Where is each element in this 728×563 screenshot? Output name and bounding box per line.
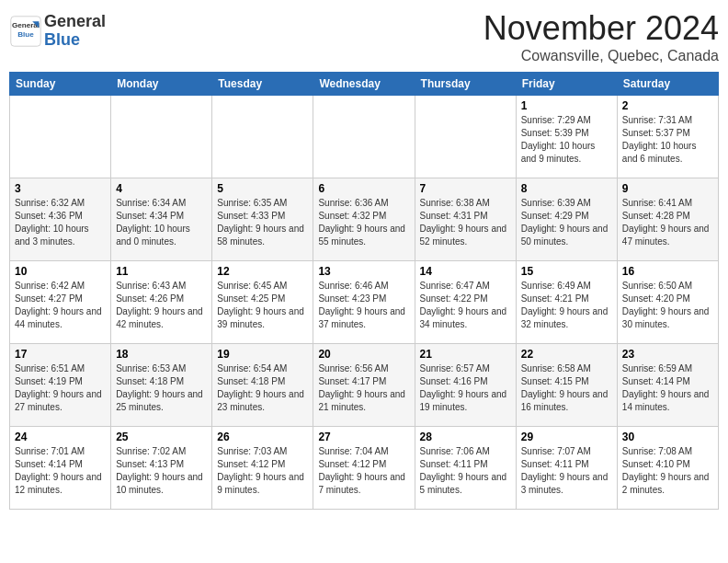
calendar-cell: 12Sunrise: 6:45 AM Sunset: 4:25 PM Dayli… [212, 261, 313, 344]
calendar-cell: 3Sunrise: 6:32 AM Sunset: 4:36 PM Daylig… [10, 178, 111, 261]
day-number: 4 [116, 182, 207, 195]
day-info: Sunrise: 6:58 AM Sunset: 4:15 PM Dayligh… [521, 362, 612, 414]
calendar-cell: 9Sunrise: 6:41 AM Sunset: 4:28 PM Daylig… [617, 178, 718, 261]
day-number: 2 [622, 99, 713, 112]
day-number: 24 [15, 431, 106, 443]
calendar-cell: 30Sunrise: 7:08 AM Sunset: 4:10 PM Dayli… [617, 427, 718, 510]
day-number: 10 [15, 265, 106, 278]
calendar-cell: 25Sunrise: 7:02 AM Sunset: 4:13 PM Dayli… [111, 427, 212, 510]
day-number: 23 [622, 348, 713, 361]
day-info: Sunrise: 6:45 AM Sunset: 4:25 PM Dayligh… [217, 280, 308, 331]
calendar-cell: 23Sunrise: 6:59 AM Sunset: 4:14 PM Dayli… [617, 344, 718, 427]
calendar-cell: 28Sunrise: 7:06 AM Sunset: 4:11 PM Dayli… [415, 427, 516, 510]
location-subtitle: Cowansville, Quebec, Canada [483, 48, 719, 64]
calendar-cell: 16Sunrise: 6:50 AM Sunset: 4:20 PM Dayli… [617, 261, 718, 344]
day-info: Sunrise: 7:01 AM Sunset: 4:14 PM Dayligh… [15, 445, 106, 497]
calendar-cell: 10Sunrise: 6:42 AM Sunset: 4:27 PM Dayli… [10, 261, 111, 344]
calendar-cell: 1Sunrise: 7:29 AM Sunset: 5:39 PM Daylig… [516, 96, 617, 178]
day-info: Sunrise: 6:34 AM Sunset: 4:34 PM Dayligh… [116, 197, 207, 248]
day-info: Sunrise: 7:06 AM Sunset: 4:11 PM Dayligh… [420, 445, 511, 497]
calendar-cell: 6Sunrise: 6:36 AM Sunset: 4:32 PM Daylig… [313, 178, 415, 261]
calendar-cell: 11Sunrise: 6:43 AM Sunset: 4:26 PM Dayli… [111, 261, 212, 344]
header-row: SundayMondayTuesdayWednesdayThursdayFrid… [10, 73, 719, 96]
calendar-body: 1Sunrise: 7:29 AM Sunset: 5:39 PM Daylig… [10, 96, 719, 510]
day-number: 28 [420, 431, 511, 443]
day-info: Sunrise: 6:53 AM Sunset: 4:18 PM Dayligh… [116, 362, 207, 414]
header-day-monday: Monday [111, 73, 212, 96]
logo: General Blue General Blue [9, 13, 106, 50]
calendar-cell: 21Sunrise: 6:57 AM Sunset: 4:16 PM Dayli… [415, 344, 516, 427]
day-number: 16 [622, 265, 713, 278]
day-info: Sunrise: 6:41 AM Sunset: 4:28 PM Dayligh… [622, 197, 713, 248]
day-number: 27 [318, 431, 409, 443]
day-info: Sunrise: 6:42 AM Sunset: 4:27 PM Dayligh… [15, 280, 106, 331]
calendar-week-2: 10Sunrise: 6:42 AM Sunset: 4:27 PM Dayli… [10, 261, 719, 344]
day-number: 1 [521, 99, 612, 112]
day-info: Sunrise: 7:02 AM Sunset: 4:13 PM Dayligh… [116, 445, 207, 497]
calendar-cell: 24Sunrise: 7:01 AM Sunset: 4:14 PM Dayli… [10, 427, 111, 510]
day-number: 13 [318, 265, 409, 278]
day-number: 21 [420, 348, 511, 361]
calendar-cell [212, 96, 313, 178]
day-number: 17 [15, 348, 106, 361]
calendar-cell: 7Sunrise: 6:38 AM Sunset: 4:31 PM Daylig… [415, 178, 516, 261]
calendar-cell: 15Sunrise: 6:49 AM Sunset: 4:21 PM Dayli… [516, 261, 617, 344]
day-info: Sunrise: 6:56 AM Sunset: 4:17 PM Dayligh… [318, 362, 409, 414]
calendar-header: SundayMondayTuesdayWednesdayThursdayFrid… [10, 73, 719, 96]
header-day-wednesday: Wednesday [313, 73, 415, 96]
day-info: Sunrise: 6:54 AM Sunset: 4:18 PM Dayligh… [217, 362, 308, 414]
day-number: 14 [420, 265, 511, 278]
calendar-week-0: 1Sunrise: 7:29 AM Sunset: 5:39 PM Daylig… [10, 96, 719, 178]
day-number: 29 [521, 431, 612, 443]
calendar-cell [415, 96, 516, 178]
calendar-cell: 20Sunrise: 6:56 AM Sunset: 4:17 PM Dayli… [313, 344, 415, 427]
calendar-table: SundayMondayTuesdayWednesdayThursdayFrid… [9, 72, 719, 510]
day-info: Sunrise: 7:31 AM Sunset: 5:37 PM Dayligh… [622, 114, 713, 166]
day-info: Sunrise: 7:08 AM Sunset: 4:10 PM Dayligh… [622, 445, 713, 497]
month-title: November 2024 [483, 9, 719, 48]
day-info: Sunrise: 6:51 AM Sunset: 4:19 PM Dayligh… [15, 362, 106, 414]
calendar-cell: 29Sunrise: 7:07 AM Sunset: 4:11 PM Dayli… [516, 427, 617, 510]
day-info: Sunrise: 6:57 AM Sunset: 4:16 PM Dayligh… [420, 362, 511, 414]
day-number: 8 [521, 182, 612, 195]
calendar-week-1: 3Sunrise: 6:32 AM Sunset: 4:36 PM Daylig… [10, 178, 719, 261]
day-info: Sunrise: 7:29 AM Sunset: 5:39 PM Dayligh… [521, 114, 612, 166]
calendar-cell: 13Sunrise: 6:46 AM Sunset: 4:23 PM Dayli… [313, 261, 415, 344]
day-info: Sunrise: 6:49 AM Sunset: 4:21 PM Dayligh… [521, 280, 612, 331]
day-number: 9 [622, 182, 713, 195]
logo-icon: General Blue [9, 15, 42, 48]
day-number: 18 [116, 348, 207, 361]
header-day-thursday: Thursday [415, 73, 516, 96]
calendar-week-3: 17Sunrise: 6:51 AM Sunset: 4:19 PM Dayli… [10, 344, 719, 427]
calendar-cell [111, 96, 212, 178]
header-day-saturday: Saturday [617, 73, 718, 96]
calendar-cell [313, 96, 415, 178]
day-number: 22 [521, 348, 612, 361]
day-info: Sunrise: 7:07 AM Sunset: 4:11 PM Dayligh… [521, 445, 612, 497]
title-block: November 2024 Cowansville, Quebec, Canad… [483, 9, 719, 64]
logo-general: General [44, 13, 106, 31]
day-number: 12 [217, 265, 308, 278]
day-info: Sunrise: 6:50 AM Sunset: 4:20 PM Dayligh… [622, 280, 713, 331]
day-number: 26 [217, 431, 308, 443]
header-day-friday: Friday [516, 73, 617, 96]
calendar-cell [10, 96, 111, 178]
day-info: Sunrise: 7:04 AM Sunset: 4:12 PM Dayligh… [318, 445, 409, 497]
calendar-cell: 4Sunrise: 6:34 AM Sunset: 4:34 PM Daylig… [111, 178, 212, 261]
day-number: 19 [217, 348, 308, 361]
header-day-tuesday: Tuesday [212, 73, 313, 96]
day-info: Sunrise: 6:39 AM Sunset: 4:29 PM Dayligh… [521, 197, 612, 248]
logo-text: General Blue [44, 13, 106, 50]
day-number: 20 [318, 348, 409, 361]
day-number: 3 [15, 182, 106, 195]
day-number: 11 [116, 265, 207, 278]
day-info: Sunrise: 6:38 AM Sunset: 4:31 PM Dayligh… [420, 197, 511, 248]
calendar-cell: 2Sunrise: 7:31 AM Sunset: 5:37 PM Daylig… [617, 96, 718, 178]
calendar-cell: 26Sunrise: 7:03 AM Sunset: 4:12 PM Dayli… [212, 427, 313, 510]
day-info: Sunrise: 6:43 AM Sunset: 4:26 PM Dayligh… [116, 280, 207, 331]
svg-text:Blue: Blue [17, 30, 34, 39]
day-number: 6 [318, 182, 409, 195]
calendar-cell: 14Sunrise: 6:47 AM Sunset: 4:22 PM Dayli… [415, 261, 516, 344]
day-info: Sunrise: 6:35 AM Sunset: 4:33 PM Dayligh… [217, 197, 308, 248]
day-info: Sunrise: 6:36 AM Sunset: 4:32 PM Dayligh… [318, 197, 409, 248]
